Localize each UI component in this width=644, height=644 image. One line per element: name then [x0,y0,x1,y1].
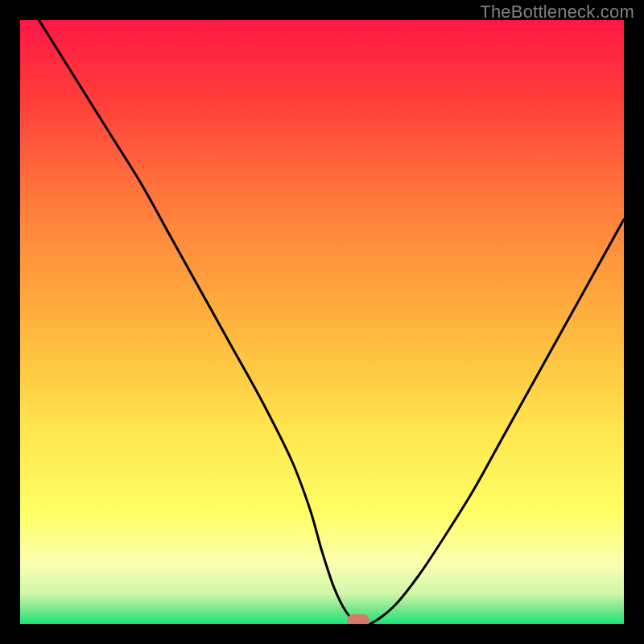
optimal-point-marker [347,614,369,624]
plot-area [20,20,624,624]
bottleneck-curve [20,20,624,624]
chart-container: TheBottleneck.com [0,0,644,644]
watermark-label: TheBottleneck.com [480,2,634,23]
